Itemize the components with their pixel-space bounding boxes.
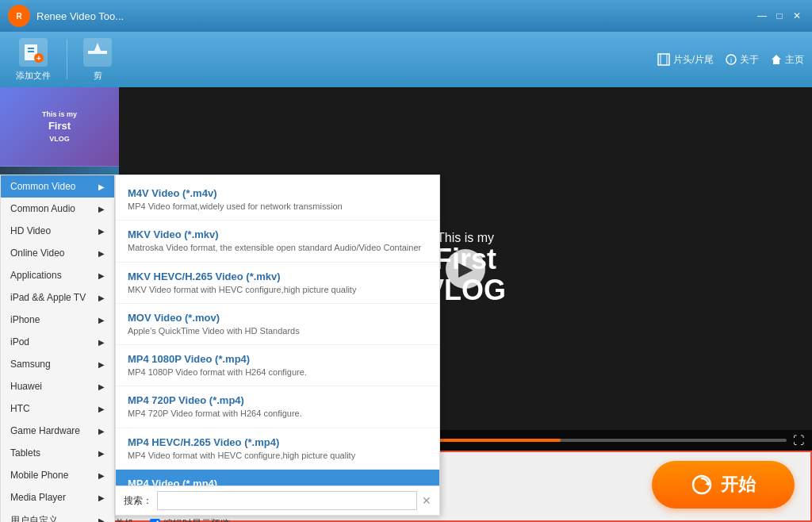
menu-item-applications[interactable]: Applications ▶: [1, 264, 114, 286]
menu-item-label: Common Video: [10, 181, 76, 192]
add-file-icon: +: [19, 38, 48, 67]
app-logo: R: [8, 5, 30, 27]
menu-item-online-video[interactable]: Online Video ▶: [1, 242, 114, 264]
menu-arrow-icon: ▶: [98, 294, 105, 302]
menu-item-custom[interactable]: 用户自定义 ▶: [1, 509, 114, 522]
format-name: MOV Video (*.mov): [128, 312, 427, 324]
menu-item-common-audio[interactable]: Common Audio ▶: [1, 198, 114, 220]
app-title: Renee Video Too...: [36, 10, 755, 22]
cut-button[interactable]: 剪: [75, 34, 120, 86]
close-button[interactable]: ✕: [790, 9, 804, 23]
menu-arrow-icon: ▶: [98, 449, 105, 458]
menu-item-label: Applications: [10, 270, 62, 281]
toolbar: + 添加文件 剪 片头/片尾 i 关于 主页: [0, 32, 812, 87]
menu-item-ipad[interactable]: iPad && Apple TV ▶: [1, 286, 114, 309]
main-content: This is myFirstVLOG 北海道の物语 This is my Fi…: [0, 87, 812, 451]
format-item-mkv-hevc[interactable]: MKV HEVC/H.265 Video (*.mkv) MKV Video f…: [116, 263, 439, 304]
play-button[interactable]: ▶: [446, 249, 485, 289]
format-desc: MKV Video format with HEVC configure,hig…: [128, 284, 427, 295]
format-name: MKV HEVC/H.265 Video (*.mkv): [128, 271, 427, 282]
menu-item-mobile-phone[interactable]: Mobile Phone ▶: [1, 464, 114, 486]
menu-item-hd-video[interactable]: HD Video ▶: [1, 220, 114, 242]
menu-item-samsung[interactable]: Samsung ▶: [1, 353, 114, 375]
menu-arrow-icon: ▶: [98, 405, 105, 413]
menu-item-label: Media Player: [10, 492, 66, 503]
fullscreen-button[interactable]: ⛶: [793, 434, 804, 447]
cut-icon: [83, 38, 112, 67]
format-list: M4V Video (*.m4v) MP4 Video format,widel…: [116, 175, 439, 486]
format-desc: MP4 1080P Video format with H264 configu…: [128, 367, 427, 378]
menu-item-ipod[interactable]: iPod ▶: [1, 331, 114, 353]
menu-arrow-icon: ▶: [98, 427, 105, 436]
format-desc: MP4 Video format,widely used for network…: [128, 201, 427, 212]
menu-item-iphone[interactable]: iPhone ▶: [1, 309, 114, 331]
svg-text:i: i: [730, 56, 732, 64]
crop-button[interactable]: 片头/片尾: [657, 53, 714, 67]
svg-marker-8: [94, 43, 101, 51]
svg-rect-7: [88, 51, 107, 54]
cut-label: 剪: [94, 70, 102, 82]
format-name: MP4 HEVC/H.265 Video (*.mp4): [128, 436, 427, 448]
menu-item-common-video[interactable]: Common Video ▶: [1, 175, 114, 198]
menu-arrow-icon: ▶: [98, 182, 105, 191]
thumb-text-1: This is myFirstVLOG: [0, 87, 119, 166]
format-desc: Matroska Video format, the extensible op…: [128, 242, 427, 253]
menu-item-media-player[interactable]: Media Player ▶: [1, 486, 114, 509]
format-item-mkv[interactable]: MKV Video (*.mkv) Matroska Video format,…: [116, 221, 439, 262]
format-name: M4V Video (*.m4v): [128, 187, 427, 199]
start-button[interactable]: 开始: [652, 461, 795, 509]
home-button[interactable]: 主页: [771, 53, 804, 67]
about-button[interactable]: i 关于: [726, 53, 759, 67]
menu-search-bar: 搜索： ✕: [116, 486, 439, 515]
format-name: MP4 Video (*.mp4): [128, 478, 427, 486]
menu-item-label: Samsung: [10, 359, 51, 370]
svg-text:R: R: [16, 12, 22, 21]
svg-rect-4: [28, 51, 34, 52]
minimize-button[interactable]: —: [755, 9, 769, 23]
menu-arrow-icon: ▶: [98, 493, 105, 502]
menu-item-htc[interactable]: HTC ▶: [1, 397, 114, 420]
menu-item-huawei[interactable]: Huawei ▶: [1, 375, 114, 397]
about-label: 关于: [740, 53, 759, 67]
menu-item-label: Online Video: [10, 248, 65, 259]
format-menu: M4V Video (*.m4v) MP4 Video format,widel…: [115, 175, 440, 516]
format-name: MKV Video (*.mkv): [128, 228, 427, 240]
menu-arrow-icon: ▶: [98, 316, 105, 324]
svg-text:+: +: [36, 54, 41, 63]
maximize-button[interactable]: □: [772, 9, 787, 23]
menu-item-label: Tablets: [10, 447, 40, 459]
titlebar: R Renee Video Too... — □ ✕: [0, 0, 812, 32]
format-item-m4v[interactable]: M4V Video (*.m4v) MP4 Video format,widel…: [116, 179, 439, 221]
menu-item-game-hardware[interactable]: Game Hardware ▶: [1, 420, 114, 442]
format-item-mp4-1080p[interactable]: MP4 1080P Video (*.mp4) MP4 1080P Video …: [116, 345, 439, 386]
menu-item-label: HTC: [10, 403, 30, 414]
menu-arrow-icon: ▶: [98, 227, 105, 236]
start-label: 开始: [721, 473, 756, 497]
search-clear-button[interactable]: ✕: [422, 494, 431, 507]
menu-arrow-icon: ▶: [98, 382, 105, 391]
menu-arrow-icon: ▶: [98, 338, 105, 347]
menu-arrow-icon: ▶: [98, 471, 105, 480]
toolbar-right: 片头/片尾 i 关于 主页: [657, 53, 804, 67]
svg-marker-14: [772, 55, 781, 64]
thumbnail-1[interactable]: This is myFirstVLOG: [0, 87, 119, 167]
menu-arrow-icon: ▶: [98, 249, 105, 258]
menu-item-tablets[interactable]: Tablets ▶: [1, 442, 114, 464]
search-input[interactable]: [157, 491, 417, 510]
format-item-mp4[interactable]: MP4 Video (*.mp4) MP4 Video format with …: [116, 470, 439, 486]
format-desc: MP4 Video format with HEVC configure,hig…: [128, 450, 427, 461]
add-file-button[interactable]: + 添加文件: [8, 34, 59, 86]
format-item-mp4-720p[interactable]: MP4 720P Video (*.mp4) MP4 720P Video fo…: [116, 386, 439, 428]
menu-item-label: Huawei: [10, 381, 42, 392]
format-item-mp4-hevc[interactable]: MP4 HEVC/H.265 Video (*.mp4) MP4 Video f…: [116, 428, 439, 470]
menu-item-label: Game Hardware: [10, 425, 80, 436]
menu-item-label: iPhone: [10, 314, 40, 325]
menu-item-label: iPod: [10, 336, 29, 347]
format-item-mov[interactable]: MOV Video (*.mov) Apple's QuickTime Vide…: [116, 304, 439, 345]
menu-item-label: Common Audio: [10, 203, 75, 214]
format-name: MP4 1080P Video (*.mp4): [128, 353, 427, 365]
crop-label: 片头/片尾: [673, 53, 714, 67]
menu-container: Common Video ▶ Common Audio ▶ HD Video ▶…: [0, 175, 440, 522]
add-file-label: 添加文件: [16, 70, 51, 82]
window-controls: — □ ✕: [755, 9, 804, 23]
